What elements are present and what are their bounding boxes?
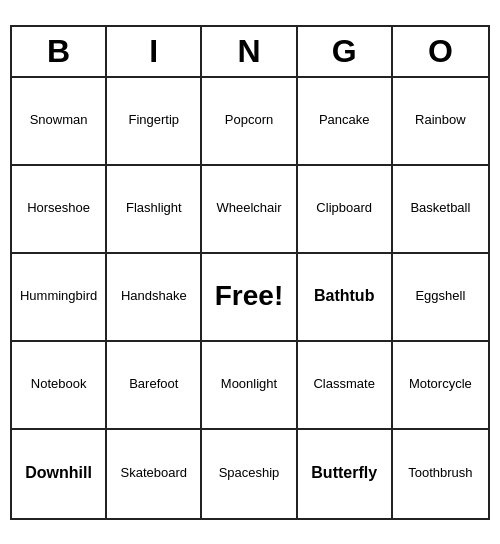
bingo-cell: Pancake — [298, 78, 393, 166]
bingo-cell: Downhill — [12, 430, 107, 518]
bingo-cell: Spaceship — [202, 430, 297, 518]
bingo-cell: Classmate — [298, 342, 393, 430]
bingo-cell: Clipboard — [298, 166, 393, 254]
bingo-cell: Butterfly — [298, 430, 393, 518]
header-letter: G — [298, 27, 393, 76]
bingo-cell: Fingertip — [107, 78, 202, 166]
bingo-cell: Basketball — [393, 166, 488, 254]
bingo-cell: Horseshoe — [12, 166, 107, 254]
bingo-cell: Moonlight — [202, 342, 297, 430]
bingo-cell: Toothbrush — [393, 430, 488, 518]
bingo-cell: Motorcycle — [393, 342, 488, 430]
bingo-cell: Barefoot — [107, 342, 202, 430]
bingo-header: BINGO — [12, 27, 488, 78]
bingo-cell: Flashlight — [107, 166, 202, 254]
bingo-cell: Eggshell — [393, 254, 488, 342]
bingo-cell: Snowman — [12, 78, 107, 166]
header-letter: I — [107, 27, 202, 76]
header-letter: B — [12, 27, 107, 76]
bingo-cell: Notebook — [12, 342, 107, 430]
bingo-cell: Hummingbird — [12, 254, 107, 342]
bingo-cell: Bathtub — [298, 254, 393, 342]
bingo-cell: Handshake — [107, 254, 202, 342]
bingo-card: BINGO SnowmanFingertipPopcornPancakeRain… — [10, 25, 490, 520]
bingo-cell: Wheelchair — [202, 166, 297, 254]
bingo-cell: Rainbow — [393, 78, 488, 166]
bingo-cell: Skateboard — [107, 430, 202, 518]
bingo-cell: Popcorn — [202, 78, 297, 166]
header-letter: O — [393, 27, 488, 76]
bingo-cell: Free! — [202, 254, 297, 342]
bingo-grid: SnowmanFingertipPopcornPancakeRainbowHor… — [12, 78, 488, 518]
header-letter: N — [202, 27, 297, 76]
